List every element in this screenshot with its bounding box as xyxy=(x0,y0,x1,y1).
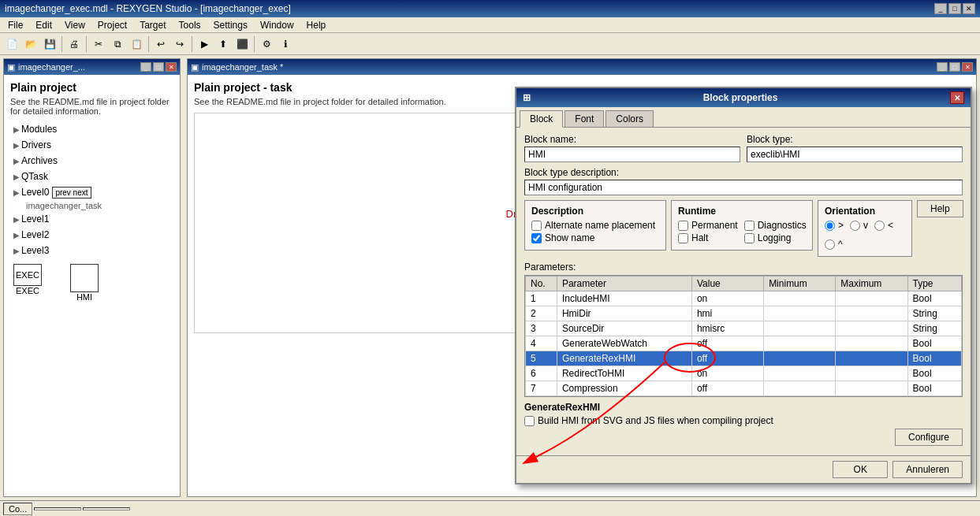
table-row[interactable]: 1IncludeHMIonBool xyxy=(526,291,962,306)
compile-btn[interactable]: ▶ xyxy=(196,35,213,53)
build-hmi-label: Build HMI from SVG and JS files when com… xyxy=(538,415,773,426)
col-no: No. xyxy=(526,277,557,291)
block-name-input[interactable] xyxy=(524,147,740,162)
show-name-item: Show name xyxy=(531,232,659,243)
minimize-btn[interactable]: _ xyxy=(934,3,947,14)
middle-panel-max[interactable]: □ xyxy=(949,62,960,72)
copy-btn[interactable]: ⧉ xyxy=(109,35,126,53)
drivers-arrow: ▶ xyxy=(13,141,20,150)
dialog-title-bar: ⊞ Block properties ✕ xyxy=(516,88,971,107)
dialog-close-btn[interactable]: ✕ xyxy=(950,91,964,104)
table-row[interactable]: 3SourceDirhmisrcString xyxy=(526,321,962,336)
configure-button[interactable]: Configure xyxy=(895,429,963,446)
level0-arrow: ▶ xyxy=(13,188,20,197)
orient-up-radio[interactable] xyxy=(825,239,835,250)
table-row[interactable]: 4GenerateWebWatchoffBool xyxy=(526,336,962,351)
nav-drivers[interactable]: ▶ Drivers xyxy=(10,138,173,152)
orient-left-radio[interactable] xyxy=(874,221,885,231)
menu-file[interactable]: File xyxy=(3,18,28,32)
logging-item: Logging xyxy=(744,232,807,243)
undo-btn[interactable]: ↩ xyxy=(152,35,170,53)
nav-qtask[interactable]: ▶ QTask xyxy=(10,169,173,184)
hmi-block[interactable]: HMI xyxy=(70,264,99,302)
menu-tools[interactable]: Tools xyxy=(174,18,206,32)
runtime-section: Runtime Permanent Halt xyxy=(671,200,813,251)
level3-arrow: ▶ xyxy=(13,247,20,255)
alternate-name-item: Alternate name placement xyxy=(531,220,659,231)
left-panel-desc: See the README.md file in project folder… xyxy=(10,97,173,116)
halt-item: Halt xyxy=(678,232,738,243)
left-panel-close[interactable]: ✕ xyxy=(166,62,177,72)
middle-panel-title: imagechanger_task * xyxy=(202,62,283,72)
maximize-btn[interactable]: □ xyxy=(948,3,961,14)
print-btn[interactable]: 🖨 xyxy=(65,35,83,53)
close-btn[interactable]: ✕ xyxy=(963,3,975,14)
open-btn[interactable]: 📂 xyxy=(22,35,39,53)
block-name-group: Block name: xyxy=(524,134,740,162)
diagnostics-checkbox[interactable] xyxy=(744,221,755,231)
table-row[interactable]: 6RedirectToHMIonBool xyxy=(526,366,962,381)
stop-btn[interactable]: ⬛ xyxy=(233,35,251,53)
menu-help[interactable]: Help xyxy=(302,18,331,32)
build-hmi-checkbox[interactable] xyxy=(524,416,535,426)
cut-btn[interactable]: ✂ xyxy=(90,35,107,53)
save-btn[interactable]: 💾 xyxy=(41,35,58,53)
deploy-btn[interactable]: ⬆ xyxy=(214,35,232,53)
orient-right-radio[interactable] xyxy=(825,221,835,231)
table-row[interactable]: 2HmiDirhmiString xyxy=(526,306,962,321)
new-btn[interactable]: 📄 xyxy=(3,35,20,53)
nav-level1[interactable]: ▶ Level1 xyxy=(10,212,173,226)
bottom-label: GenerateRexHMI xyxy=(524,402,963,413)
middle-panel-min[interactable]: _ xyxy=(937,62,948,72)
nav-archives[interactable]: ▶ Archives xyxy=(10,154,173,168)
table-row[interactable]: 5GenerateRexHMIoffBool xyxy=(526,351,962,366)
permanent-checkbox[interactable] xyxy=(678,221,688,231)
block-type-input[interactable] xyxy=(747,147,963,162)
halt-checkbox[interactable] xyxy=(678,233,688,243)
nav-level3[interactable]: ▶ Level3 xyxy=(10,243,173,258)
left-panel-min[interactable]: _ xyxy=(140,62,151,72)
alternate-name-checkbox[interactable] xyxy=(531,221,542,231)
dialog-title-icon: ⊞ xyxy=(523,92,531,103)
ok-button[interactable]: OK xyxy=(833,461,888,478)
archives-arrow: ▶ xyxy=(13,157,20,165)
left-panel-title: imagechanger_... xyxy=(18,62,85,72)
nav-level2[interactable]: ▶ Level2 xyxy=(10,228,173,242)
orient-left-label: < xyxy=(888,220,893,231)
paste-btn[interactable]: 📋 xyxy=(128,35,145,53)
menu-window[interactable]: Window xyxy=(255,18,299,32)
block-type-desc-input[interactable] xyxy=(524,180,963,195)
show-name-checkbox[interactable] xyxy=(531,233,542,243)
tab-block[interactable]: Block xyxy=(520,110,563,128)
nav-tree: ▶ Modules ▶ Drivers ▶ Archives ▶ QTask xyxy=(10,122,173,258)
left-panel-max[interactable]: □ xyxy=(153,62,164,72)
exec-block[interactable]: EXEC EXEC xyxy=(13,264,42,302)
nav-modules[interactable]: ▶ Modules xyxy=(10,122,173,136)
menu-project[interactable]: Project xyxy=(93,18,132,32)
menu-view[interactable]: View xyxy=(60,18,90,32)
menu-settings[interactable]: Settings xyxy=(209,18,252,32)
help-button[interactable]: Help xyxy=(917,200,963,217)
middle-panel-close[interactable]: ✕ xyxy=(962,62,973,72)
redo-btn[interactable]: ↪ xyxy=(171,35,188,53)
logging-checkbox[interactable] xyxy=(744,233,755,243)
menu-target[interactable]: Target xyxy=(135,18,170,32)
orientation-section: Orientation > v < xyxy=(818,200,912,257)
orient-up-item: ^ xyxy=(825,239,843,250)
menu-edit[interactable]: Edit xyxy=(31,18,57,32)
tab-font[interactable]: Font xyxy=(565,110,604,127)
nav-level0[interactable]: ▶ Level0 prev next xyxy=(10,185,173,199)
orient-up-label: ^ xyxy=(838,239,843,250)
tab-colors[interactable]: Colors xyxy=(606,110,654,127)
exec-rect: EXEC xyxy=(13,264,42,286)
orient-down-radio[interactable] xyxy=(850,221,860,231)
table-row[interactable]: 7CompressionoffBool xyxy=(526,381,962,396)
info-btn[interactable]: ℹ xyxy=(277,35,294,53)
configure-btn-row: Configure xyxy=(524,429,963,446)
parameters-table-scroll[interactable]: No. Parameter Value Minimum Maximum Type… xyxy=(524,275,963,397)
cancel-button[interactable]: Annuleren xyxy=(892,461,963,478)
block-type-label: Block type: xyxy=(747,134,963,145)
sep4 xyxy=(192,36,192,52)
bottom-info: GenerateRexHMI Build HMI from SVG and JS… xyxy=(524,402,963,446)
settings-btn[interactable]: ⚙ xyxy=(258,35,275,53)
